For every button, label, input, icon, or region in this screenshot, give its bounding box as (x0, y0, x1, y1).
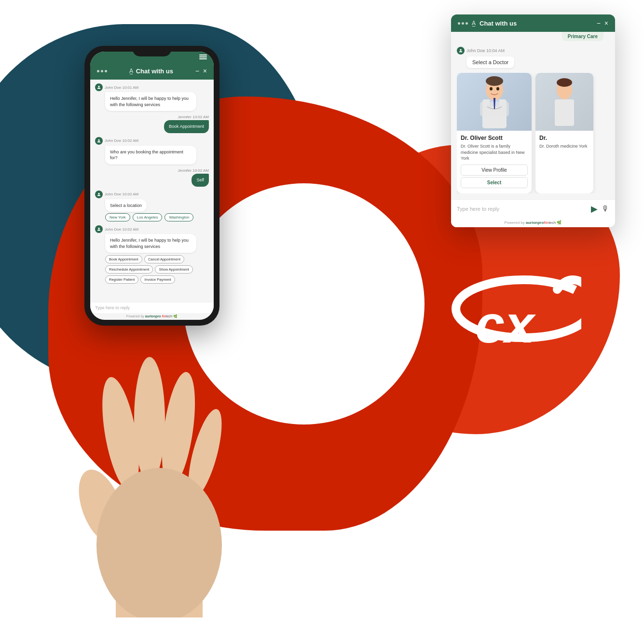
mic-button[interactable]: 🎙 (602, 205, 609, 213)
desktop-chat-header: A̲ Chat with us − × (451, 14, 615, 32)
chip-los-angeles[interactable]: Los Angeles (133, 213, 163, 221)
location-chips: New York Los Angeles Washington (95, 213, 209, 221)
msg-meta-1: John Doe 10:01 AM (95, 83, 209, 91)
header-controls: − × (195, 67, 207, 75)
svg-point-11 (98, 139, 99, 140)
desktop-input-area: Type here to reply ▶ 🎙 (451, 199, 615, 218)
dot-3 (105, 70, 107, 72)
msg-meta-4: Jennifer 10:02 AM (95, 168, 209, 173)
message-row-1: John Doe 10:01 AM Hello Jennifer, I will… (95, 83, 209, 111)
select-doctor-sender: John Doe 10:04 AM (466, 48, 505, 53)
msg-meta-6: John Doe 10:02 AM (95, 225, 209, 233)
select-doctor-bubble: Select a Doctor (466, 56, 514, 68)
doctor-second-img (535, 73, 593, 131)
desktop-dot-2 (462, 22, 464, 25)
phone-mockup: A̲ Chat with us − × John Doe 10:01 AM (84, 46, 239, 355)
phone-brand: aurionpro fintech 🌿 (145, 315, 178, 318)
btn-reschedule-appointment[interactable]: Reschedule Appointment (105, 265, 153, 274)
desktop-bot-avatar (457, 47, 465, 55)
doctor-second-name: Dr. (539, 135, 589, 141)
phone-input-field[interactable]: Type here to reply (95, 305, 209, 310)
desktop-header-dots (458, 22, 468, 25)
message-row-3: John Doe 10:02 AM Who are you booking th… (95, 137, 209, 164)
user-msg-2: Book Appointment (95, 120, 209, 133)
doctor-second-desc: Dr. Doroth medicine York (539, 143, 589, 150)
send-button[interactable]: ▶ (591, 204, 598, 214)
btn-show-appointment[interactable]: Show Appointment (155, 265, 193, 274)
doctor-second-body: Dr. Dr. Doroth medicine York (535, 131, 593, 156)
msg-sender-6: John Doe 10:02 AM (105, 227, 138, 232)
desktop-chat-title: Chat with us (480, 20, 517, 27)
msg-with-avatar-1: Hello Jennifer, I will be happy to help … (95, 92, 209, 111)
msg-meta-3: John Doe 10:02 AM (95, 137, 209, 145)
svg-point-18 (486, 76, 503, 86)
doctor-oliver-body: Dr. Oliver Scott Dr. Oliver Scott is a f… (457, 131, 532, 193)
dot-2 (101, 70, 103, 72)
svg-point-14 (460, 49, 461, 51)
desktop-header-left: A̲ Chat with us (458, 20, 517, 27)
chip-washington[interactable]: Washington (164, 213, 193, 221)
bot-bubble-1: Hello Jennifer, I will be happy to help … (105, 92, 196, 111)
doctor-oliver-name: Dr. Oliver Scott (461, 135, 528, 141)
header-dots (97, 70, 107, 72)
translate-icon[interactable]: A̲ (129, 68, 133, 74)
phone-powered-by: Powered by aurionpro fintech 🌿 (90, 313, 214, 320)
desktop-translate-icon[interactable]: A̲ (472, 20, 476, 27)
btn-select-oliver[interactable]: Select (461, 177, 528, 188)
bot-bubble-5: Select a location (105, 199, 147, 212)
message-row-2: Jennifer 10:02 AM Book Appointment (95, 115, 209, 133)
phone-chat-title: Chat with us (136, 68, 173, 75)
svg-point-21 (496, 87, 499, 91)
msg-with-avatar-5: Select a location (95, 199, 209, 212)
btn-book-appointment[interactable]: Book Appointment (105, 255, 142, 263)
btn-invoice-payment[interactable]: Invoice Payment (140, 275, 175, 284)
minimize-icon[interactable]: − (195, 67, 199, 75)
svg-text:cx: cx (475, 294, 536, 354)
phone-screen: A̲ Chat with us − × John Doe 10:01 AM (90, 52, 214, 320)
desktop-chat-window: A̲ Chat with us − × Primary Care John Do… (451, 14, 615, 227)
close-icon[interactable]: × (203, 67, 207, 75)
chip-new-york[interactable]: New York (105, 213, 130, 221)
svg-point-10 (98, 86, 99, 87)
select-doctor-bubble-wrapper: Select a Doctor (457, 56, 609, 68)
message-row-5: John Doe 10:02 AM Select a location New … (95, 191, 209, 222)
doctor-oliver-avatar-svg (478, 75, 511, 128)
phone-frame: A̲ Chat with us − × John Doe 10:01 AM (84, 46, 219, 326)
primary-care-row: Primary Care (451, 32, 615, 41)
message-row-6: John Doe 10:02 AM Hello Jennifer, I will… (95, 225, 209, 284)
msg-sender-3: John Doe 10:02 AM (105, 138, 138, 143)
msg-sender-2: Jennifer 10:02 AM (178, 115, 209, 119)
bot-avatar-5 (95, 191, 103, 198)
action-buttons-group: Book Appointment Cancel Appointment Resc… (95, 255, 209, 284)
svg-point-24 (557, 78, 572, 87)
msg-sender-1: John Doe 10:01 AM (105, 85, 138, 90)
desktop-controls: − × (597, 19, 608, 27)
bot-bubble-3: Who are you booking the appointment for? (105, 146, 196, 164)
doctor-card-oliver-scott: Dr. Oliver Scott Dr. Oliver Scott is a f… (457, 73, 532, 193)
dot-1 (97, 70, 99, 72)
desktop-chat-body: John Doe 10:04 AM Select a Doctor (451, 41, 615, 199)
svg-point-9 (96, 468, 222, 617)
desktop-close-icon[interactable]: × (604, 19, 608, 27)
msg-with-avatar-6: Hello Jennifer, I will be happy to help … (95, 234, 209, 253)
svg-point-12 (98, 192, 99, 194)
message-row-4: Jennifer 10:02 AM Self (95, 168, 209, 187)
phone-input-area: Type here to reply (90, 302, 214, 313)
desktop-powered-by: Powered by aurionprofintech 🌿 (451, 218, 615, 227)
phone-chat-body: John Doe 10:01 AM Hello Jennifer, I will… (90, 80, 214, 302)
doctor-card-second: Dr. Dr. Doroth medicine York (535, 73, 593, 193)
hamburger-icon[interactable] (199, 55, 207, 59)
phone-notch (133, 46, 171, 56)
desktop-input-field[interactable]: Type here to reply (457, 206, 587, 212)
user-bubble-4: Self (192, 174, 209, 187)
desktop-minimize-icon[interactable]: − (597, 19, 601, 27)
btn-cancel-appointment[interactable]: Cancel Appointment (144, 255, 184, 263)
btn-register-patient[interactable]: Register Patient (105, 275, 138, 284)
cx-logo-area: cx (446, 260, 581, 373)
bot-avatar-1 (95, 83, 103, 91)
doctor-second-avatar-svg (550, 78, 579, 126)
desktop-dot-3 (466, 22, 468, 25)
svg-point-5 (134, 357, 165, 482)
user-bubble-2: Book Appointment (164, 120, 209, 133)
btn-view-profile-oliver[interactable]: View Profile (461, 164, 528, 176)
